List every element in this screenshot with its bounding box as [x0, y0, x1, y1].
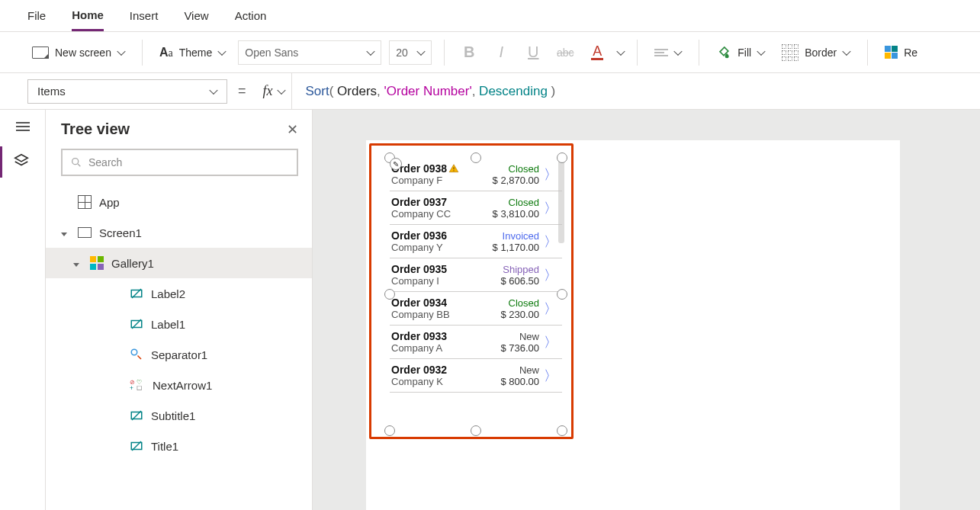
- order-status: Invoiced: [503, 230, 539, 242]
- align-button[interactable]: [650, 49, 686, 56]
- chevron-down-icon: [210, 88, 217, 95]
- chevron-right-icon[interactable]: 〉: [542, 165, 559, 184]
- new-screen-label: New screen: [55, 47, 111, 59]
- order-status: New: [519, 364, 539, 376]
- font-size-selector[interactable]: 20: [389, 40, 432, 65]
- strikethrough-button[interactable]: abc: [553, 47, 577, 59]
- tab-view[interactable]: View: [184, 2, 208, 30]
- gallery-item[interactable]: Order 0933NewCompany A$ 736.00〉: [390, 326, 562, 359]
- tree-view-title: Tree view: [61, 120, 130, 138]
- order-status: Closed: [509, 297, 539, 309]
- theme-icon: Aa: [159, 46, 173, 59]
- separator-icon: [130, 348, 143, 361]
- fx-icon: fx: [263, 83, 273, 99]
- chevron-down-icon[interactable]: [75, 257, 82, 270]
- border-label: Border: [805, 47, 837, 59]
- separator: [142, 40, 143, 66]
- fill-label: Fill: [737, 47, 751, 59]
- chevron-down-icon: [117, 49, 125, 56]
- company-name: Company CC: [391, 208, 451, 220]
- formula-input[interactable]: Sort( Orders, 'Order Number', Descending…: [303, 83, 953, 99]
- tree-item-label2[interactable]: Label2: [46, 278, 312, 309]
- order-status: Closed: [509, 197, 539, 208]
- gallery-item[interactable]: Order 0936InvoicedCompany Y$ 1,170.00〉: [390, 225, 562, 258]
- label-icon: [130, 439, 143, 453]
- tab-home[interactable]: Home: [72, 1, 104, 31]
- border-button[interactable]: Border: [777, 44, 855, 61]
- font-family-selector[interactable]: Open Sans: [238, 40, 381, 65]
- gallery-item[interactable]: Order 0937ClosedCompany CC$ 3,810.00〉: [390, 191, 562, 225]
- tree-item-gallery1[interactable]: Gallery1: [46, 248, 312, 278]
- resize-handle[interactable]: [384, 289, 395, 300]
- gallery-item[interactable]: Order 0935ShippedCompany I$ 606.50〉: [390, 258, 562, 292]
- resize-handle[interactable]: [471, 152, 481, 163]
- resize-handle[interactable]: [384, 425, 395, 436]
- chevron-right-icon[interactable]: 〉: [542, 367, 559, 385]
- new-screen-button[interactable]: New screen: [27, 47, 130, 59]
- italic-button[interactable]: I: [489, 43, 513, 61]
- align-icon: [654, 49, 668, 56]
- property-value: Items: [37, 85, 66, 98]
- edit-pencil-icon[interactable]: ✎: [390, 158, 402, 170]
- gallery-item[interactable]: Order 0934ClosedCompany BB$ 230.00〉: [390, 292, 562, 326]
- tree-view-panel: Tree view ✕ Search App Screen1 Gallery1: [46, 110, 313, 510]
- chevron-down-icon: [674, 49, 682, 56]
- toolbar: New screen Aa Theme Open Sans 20 B I U a…: [0, 32, 980, 73]
- tab-file[interactable]: File: [27, 2, 46, 30]
- theme-button[interactable]: Aa Theme: [155, 46, 230, 59]
- company-name: Company F: [391, 175, 442, 186]
- fx-button[interactable]: fx: [257, 73, 292, 110]
- tree-item-screen1[interactable]: Screen1: [46, 217, 312, 248]
- chevron-right-icon[interactable]: 〉: [542, 199, 559, 217]
- font-color-button[interactable]: A: [585, 44, 609, 60]
- gallery-selected[interactable]: ✎ Order 0938ClosedCompany F$ 2,870.00〉Or…: [369, 143, 574, 439]
- canvas[interactable]: ✎ Order 0938ClosedCompany F$ 2,870.00〉Or…: [313, 110, 980, 510]
- tree-item-subtitle1[interactable]: Subtitle1: [46, 400, 312, 431]
- resize-handle[interactable]: [557, 289, 567, 300]
- svg-rect-10: [454, 167, 455, 169]
- order-status: Closed: [509, 163, 539, 175]
- chevron-down-icon: [757, 49, 765, 56]
- chevron-down-icon: [367, 49, 374, 56]
- company-name: Company Y: [391, 242, 443, 253]
- chevron-down-icon[interactable]: [617, 49, 625, 56]
- resize-handle[interactable]: [471, 425, 481, 436]
- tree-search-input[interactable]: Search: [61, 149, 298, 176]
- tab-action[interactable]: Action: [235, 2, 267, 30]
- tree-item-label1[interactable]: Label1: [46, 309, 312, 339]
- tree-item-separator1[interactable]: Separator1: [46, 339, 312, 370]
- chevron-right-icon[interactable]: 〉: [542, 233, 559, 251]
- font-size-value: 20: [396, 47, 408, 59]
- label-icon: [130, 317, 143, 331]
- chevron-right-icon[interactable]: 〉: [542, 266, 559, 284]
- chevron-down-icon: [278, 88, 285, 95]
- order-status: Shipped: [503, 264, 539, 275]
- company-name: Company BB: [391, 309, 450, 320]
- gallery-scrollbar[interactable]: [558, 158, 564, 243]
- gallery-list: Order 0938ClosedCompany F$ 2,870.00〉Orde…: [390, 158, 562, 431]
- artboard-screen1[interactable]: ✎ Order 0938ClosedCompany F$ 2,870.00〉Or…: [366, 140, 900, 510]
- tree-view-rail-button[interactable]: [0, 146, 43, 178]
- tree-item-title1[interactable]: Title1: [46, 431, 312, 461]
- gallery-item[interactable]: Order 0932NewCompany K$ 800.00〉: [390, 359, 562, 393]
- chevron-down-icon: [843, 49, 850, 56]
- resize-handle[interactable]: [557, 425, 567, 436]
- chevron-right-icon[interactable]: 〉: [542, 300, 559, 318]
- search-placeholder: Search: [88, 156, 122, 168]
- chevron-down-icon[interactable]: [63, 226, 70, 239]
- resize-handle[interactable]: [557, 152, 567, 163]
- underline-button[interactable]: U: [521, 43, 545, 61]
- label-icon: [130, 409, 143, 422]
- tree-item-app[interactable]: App: [46, 187, 312, 217]
- bold-button[interactable]: B: [457, 43, 481, 61]
- menubar: File Home Insert View Action: [0, 0, 980, 32]
- hamburger-icon[interactable]: [16, 122, 30, 131]
- tab-insert[interactable]: Insert: [130, 2, 159, 30]
- fill-button[interactable]: Fill: [712, 43, 770, 61]
- close-panel-button[interactable]: ✕: [287, 121, 298, 138]
- property-selector[interactable]: Items: [27, 79, 227, 104]
- reorder-button[interactable]: Re: [880, 46, 922, 59]
- chevron-right-icon[interactable]: 〉: [542, 333, 559, 351]
- font-family-value: Open Sans: [245, 47, 298, 59]
- tree-item-nextarrow1[interactable]: ⊘♡+☐ NextArrow1: [46, 370, 312, 400]
